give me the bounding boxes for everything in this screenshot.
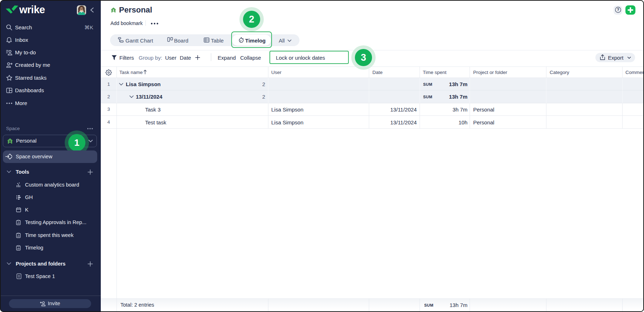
svg-text:wrike: wrike: [19, 4, 45, 15]
svg-text:?: ?: [617, 8, 619, 12]
